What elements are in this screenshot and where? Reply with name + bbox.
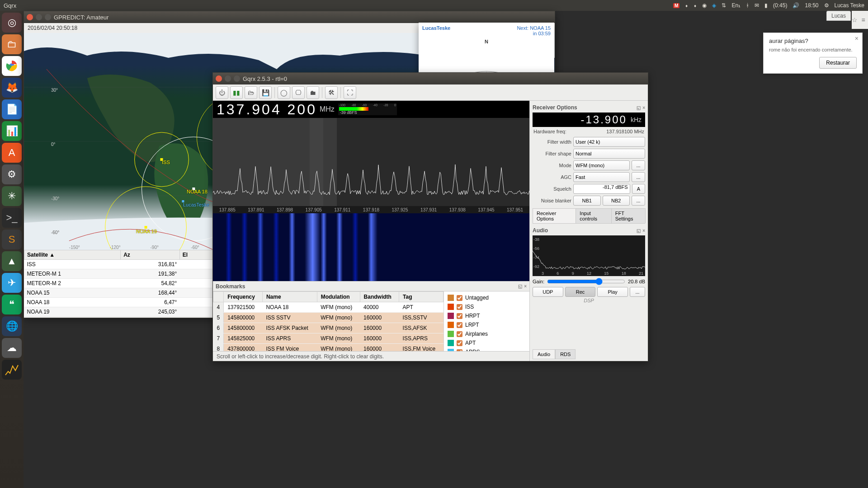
- launcher-firefox[interactable]: 🦊: [2, 78, 22, 98]
- filter-width-select[interactable]: User (42 k): [573, 137, 645, 147]
- device-button[interactable]: ▮▮: [230, 86, 243, 99]
- column-header[interactable]: [213, 292, 224, 302]
- restore-button[interactable]: Restaurar: [819, 57, 857, 69]
- session-user[interactable]: Lucas Teske: [835, 2, 865, 9]
- updates-icon[interactable]: ⇅: [722, 2, 726, 9]
- minimize-icon[interactable]: [36, 14, 42, 20]
- launcher-gpredict[interactable]: ✳: [2, 186, 22, 206]
- volume-icon[interactable]: 🔊: [793, 2, 799, 9]
- column-header[interactable]: Modulation: [317, 292, 360, 302]
- bookmark-row[interactable]: 6145800000ISS AFSK PacketWFM (mono)16000…: [213, 323, 443, 333]
- nb1-button[interactable]: NB1: [573, 196, 601, 206]
- screenshot-button[interactable]: 🖵: [292, 86, 305, 99]
- minimize-icon[interactable]: [225, 75, 231, 82]
- record-button[interactable]: ◯: [278, 86, 290, 99]
- column-header[interactable]: Bandwidth: [360, 292, 399, 302]
- column-header[interactable]: Name: [262, 292, 317, 302]
- squelch-auto-button[interactable]: A: [632, 184, 645, 194]
- close-icon[interactable]: [216, 75, 222, 82]
- tag-checkbox[interactable]: [457, 313, 462, 319]
- tab-rds[interactable]: RDS: [555, 349, 576, 359]
- launcher-earth[interactable]: 🌐: [2, 316, 22, 336]
- column-header[interactable]: Tag: [399, 292, 443, 302]
- tag-row[interactable]: APRS: [446, 347, 528, 351]
- map-sat-label[interactable]: ISS: [162, 160, 170, 165]
- hamburger-icon[interactable]: ≡: [862, 16, 865, 23]
- tab-fft-settings[interactable]: FFT Settings: [611, 208, 646, 223]
- tag-row[interactable]: APT: [446, 338, 528, 347]
- map-user-marker[interactable]: LucasTeske: [183, 202, 209, 207]
- battery-icon[interactable]: ▮: [764, 2, 768, 9]
- tab-input-controls[interactable]: Input controls: [576, 208, 611, 223]
- gpredict-titlebar[interactable]: GPREDICT: Amateur: [24, 11, 555, 23]
- tag-row[interactable]: ISS: [446, 302, 528, 311]
- open-button[interactable]: 🗁: [245, 86, 257, 99]
- rec-button[interactable]: Rec: [565, 287, 596, 297]
- undock-icon[interactable]: ◱: [518, 284, 522, 289]
- close-pane-icon[interactable]: ×: [642, 105, 645, 110]
- audio-more-button[interactable]: ...: [630, 287, 645, 297]
- filter-shape-select[interactable]: Normal: [573, 149, 645, 159]
- tag-checkbox[interactable]: [457, 295, 462, 301]
- bookmark-row[interactable]: 8437800000ISS FM VoiceWFM (mono)160000IS…: [213, 344, 443, 352]
- launcher-android-studio[interactable]: ▲: [2, 251, 22, 271]
- bookmarks-button[interactable]: 🖿: [307, 86, 319, 99]
- waterfall-plot[interactable]: [213, 213, 529, 281]
- power-button[interactable]: ⏻: [216, 86, 228, 99]
- telegram-tray-icon[interactable]: ◈: [712, 2, 716, 9]
- browser-tab[interactable]: Lucas: [826, 11, 851, 21]
- launcher-writer[interactable]: 📄: [2, 99, 22, 119]
- udp-button[interactable]: UDP: [533, 287, 563, 297]
- mode-more-button[interactable]: ...: [632, 160, 645, 170]
- rx-offset-display[interactable]: -13.900kHz: [533, 113, 645, 127]
- squelch-input[interactable]: -81,7 dBFS: [573, 184, 630, 194]
- mode-select[interactable]: WFM (mono): [573, 160, 630, 170]
- map-sat-label[interactable]: NOAA 18: [187, 189, 208, 194]
- column-header[interactable]: Frequency: [224, 292, 263, 302]
- tag-checkbox[interactable]: [457, 340, 462, 346]
- tag-row[interactable]: Untagged: [446, 293, 528, 302]
- column-header[interactable]: Az: [121, 250, 180, 260]
- agc-more-button[interactable]: ...: [632, 172, 645, 182]
- launcher-chrome[interactable]: [2, 56, 22, 76]
- close-pane-icon[interactable]: ×: [524, 284, 527, 289]
- gqrx-titlebar[interactable]: Gqrx 2.5.3 - rtl=0: [213, 73, 648, 84]
- close-icon[interactable]: [27, 14, 33, 20]
- settings-button[interactable]: 🛠: [325, 86, 338, 99]
- launcher-terminal[interactable]: >_: [2, 208, 22, 228]
- tag-checkbox[interactable]: [457, 304, 462, 310]
- dropbox-icon[interactable]: ⬧: [685, 2, 688, 9]
- launcher-sublime[interactable]: S: [2, 230, 22, 249]
- gain-slider[interactable]: [547, 278, 625, 285]
- chrome-tray-icon[interactable]: ◉: [702, 2, 707, 9]
- fft-plot[interactable]: -48-58-68-78-88-98 NOAA 18: [213, 118, 529, 206]
- tag-row[interactable]: LRPT: [446, 320, 528, 329]
- tab-audio[interactable]: Audio: [533, 349, 555, 359]
- session-icon[interactable]: ⚙: [824, 2, 829, 9]
- maximize-icon[interactable]: [234, 75, 240, 82]
- bookmark-row[interactable]: 5145800000ISS SSTVWFM (mono)160000ISS,SS…: [213, 313, 443, 323]
- fullscreen-button[interactable]: ⛶: [344, 86, 356, 99]
- frequency-digits[interactable]: 137.904 200: [217, 101, 317, 118]
- column-header[interactable]: Satellite ▲: [24, 250, 121, 260]
- tag-checkbox[interactable]: [457, 331, 462, 337]
- nb2-button[interactable]: NB2: [603, 196, 630, 206]
- launcher-weather[interactable]: ☁: [2, 338, 22, 358]
- undock-icon[interactable]: ◱: [637, 105, 641, 110]
- tab-receiver-options[interactable]: Receiver Options: [533, 208, 576, 223]
- tag-row[interactable]: Airplanes: [446, 329, 528, 338]
- close-icon[interactable]: ×: [855, 35, 859, 42]
- close-pane-icon[interactable]: ×: [642, 228, 645, 233]
- tag-row[interactable]: HRPT: [446, 311, 528, 320]
- launcher-dash[interactable]: ◎: [2, 13, 22, 33]
- launcher-calc[interactable]: 📊: [2, 121, 22, 141]
- bluetooth-icon[interactable]: ᚼ: [746, 2, 749, 9]
- save-button[interactable]: 💾: [259, 86, 272, 99]
- launcher-sysmon[interactable]: [2, 360, 22, 380]
- star-icon[interactable]: ☆: [852, 16, 858, 23]
- play-button[interactable]: Play: [597, 287, 628, 297]
- mail-indicator-icon[interactable]: ✉: [755, 2, 759, 9]
- bookmark-row[interactable]: 4137921500NOAA 18WFM (mono)40000APT: [213, 302, 443, 313]
- keyboard-layout[interactable]: En₁: [731, 2, 741, 9]
- agc-select[interactable]: Fast: [573, 172, 630, 182]
